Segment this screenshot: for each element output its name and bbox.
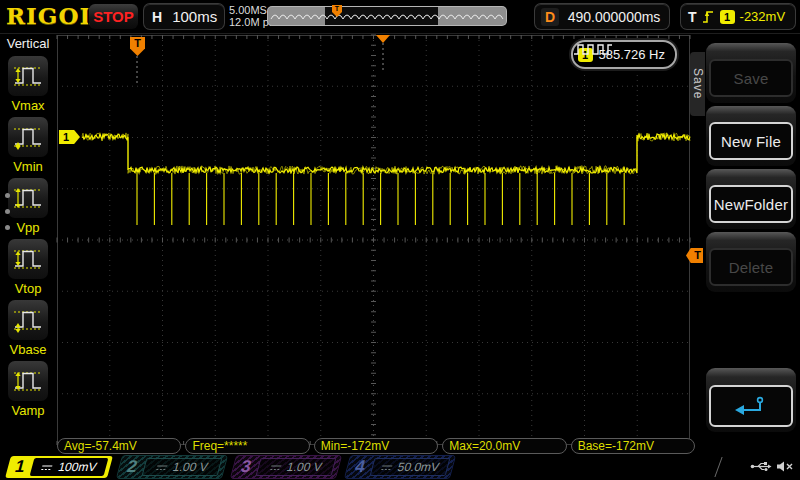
dc-coupling-icon bbox=[269, 463, 283, 472]
delay-box[interactable]: D 490.000000ms bbox=[535, 4, 669, 29]
measurement-max[interactable]: Max=20.0mV bbox=[442, 438, 566, 454]
top-status-bar: RIGOL STOP H 100ms 5.00MSa/s 12.0M pts T… bbox=[0, 0, 800, 34]
menu-title-tab: Save bbox=[690, 52, 705, 116]
page-indicator-dot bbox=[5, 193, 10, 198]
channel-scale: 1.00 V bbox=[285, 460, 323, 474]
channel-status-bar: 1 100mV 2 1.00 V 3 1.00 V bbox=[0, 455, 800, 480]
channel-1-label[interactable]: 1 100mV bbox=[5, 456, 113, 478]
delay-value: 490.000000ms bbox=[559, 9, 669, 25]
new-folder-button[interactable]: NewFolder bbox=[709, 185, 793, 223]
vmin-icon bbox=[8, 117, 48, 157]
t-label: T bbox=[688, 9, 697, 25]
dc-coupling-icon bbox=[155, 463, 169, 472]
measurement-freq[interactable]: Freq=***** bbox=[185, 438, 309, 454]
delete-button[interactable]: Delete bbox=[709, 248, 793, 286]
measure-item-label: Vtop bbox=[15, 279, 42, 298]
channel-4-label[interactable]: 4 50.0mV bbox=[345, 456, 455, 478]
channel-scale: 1.00 V bbox=[171, 460, 209, 474]
measurement-base[interactable]: Base=-172mV bbox=[571, 438, 695, 454]
dc-coupling-icon bbox=[40, 463, 54, 472]
usb-icon bbox=[750, 460, 772, 473]
back-button[interactable] bbox=[709, 385, 793, 427]
vbase-icon bbox=[8, 300, 48, 340]
channel-scale: 50.0mV bbox=[396, 460, 441, 474]
save-button[interactable]: Save bbox=[709, 59, 793, 97]
return-arrow-icon bbox=[734, 394, 768, 418]
rigol-logo: RIGOL bbox=[6, 2, 97, 29]
measure-item-vamp[interactable]: Vamp bbox=[0, 361, 56, 420]
pulse-train-icon bbox=[573, 42, 613, 56]
speaker-muted-icon bbox=[776, 460, 794, 473]
memory-position-strip[interactable]: T bbox=[268, 7, 506, 25]
waveform-display: T 1 T 1 585.726 Hz bbox=[57, 35, 690, 445]
softkey-save[interactable]: Save bbox=[706, 43, 796, 103]
measure-item-label: Vpp bbox=[16, 218, 39, 237]
softkey-delete[interactable]: Delete bbox=[706, 232, 796, 292]
new-file-button[interactable]: New File bbox=[709, 122, 793, 160]
page-indicator-dot bbox=[5, 209, 10, 214]
measure-item-vbase[interactable]: Vbase bbox=[0, 300, 56, 359]
left-menu-title: Vertical bbox=[0, 36, 56, 51]
vpp-icon bbox=[8, 178, 48, 218]
timebase-value: 100ms bbox=[172, 8, 217, 25]
softkey-new-folder[interactable]: NewFolder bbox=[706, 169, 796, 229]
rising-edge-icon bbox=[702, 8, 715, 25]
h-label: H bbox=[152, 9, 162, 25]
measurement-min[interactable]: Min=-172mV bbox=[314, 438, 438, 454]
trigger-source-badge: 1 bbox=[720, 10, 735, 24]
measure-item-label: Vbase bbox=[10, 340, 47, 359]
window-center-marker bbox=[376, 35, 390, 43]
vamp-icon bbox=[8, 361, 48, 401]
dc-coupling-icon bbox=[380, 463, 394, 472]
trigger-status-box[interactable]: T 1 -232mV bbox=[681, 4, 795, 29]
d-label: D bbox=[541, 8, 559, 26]
trigger-level-value: -232mV bbox=[740, 9, 786, 24]
measure-item-vmin[interactable]: Vmin bbox=[0, 117, 56, 176]
softkey-menu: Save New File NewFolder Delete bbox=[704, 36, 798, 456]
channel-2-label[interactable]: 2 1.00 V bbox=[117, 456, 227, 478]
vtop-icon bbox=[8, 239, 48, 279]
softkey-new-file[interactable]: New File bbox=[706, 106, 796, 166]
divider bbox=[702, 457, 722, 477]
left-measure-menu: Vertical Vmax Vmin Vpp Vtop bbox=[0, 33, 56, 455]
measurement-results-bar: Avg=-57.4mV Freq=***** Min=-172mV Max=20… bbox=[57, 438, 695, 454]
softkey-back[interactable] bbox=[706, 368, 796, 432]
run-state-indicator: STOP bbox=[89, 4, 138, 29]
frequency-counter: 1 585.726 Hz bbox=[571, 40, 678, 69]
horizontal-timebase-box[interactable]: H 100ms bbox=[144, 4, 224, 29]
channel-scale: 100mV bbox=[57, 460, 99, 474]
channel-3-label[interactable]: 3 1.00 V bbox=[231, 456, 341, 478]
measure-item-vmax[interactable]: Vmax bbox=[0, 56, 56, 115]
memory-waveform-thumbnail bbox=[268, 7, 506, 25]
vmax-icon bbox=[8, 56, 48, 96]
measurement-avg[interactable]: Avg=-57.4mV bbox=[57, 438, 181, 454]
page-indicator-dot bbox=[5, 225, 10, 230]
measure-item-label: Vmin bbox=[13, 157, 43, 176]
measure-item-label: Vmax bbox=[11, 96, 44, 115]
measure-item-vtop[interactable]: Vtop bbox=[0, 239, 56, 298]
measure-item-label: Vamp bbox=[12, 401, 45, 420]
waveform-canvas bbox=[57, 35, 690, 445]
